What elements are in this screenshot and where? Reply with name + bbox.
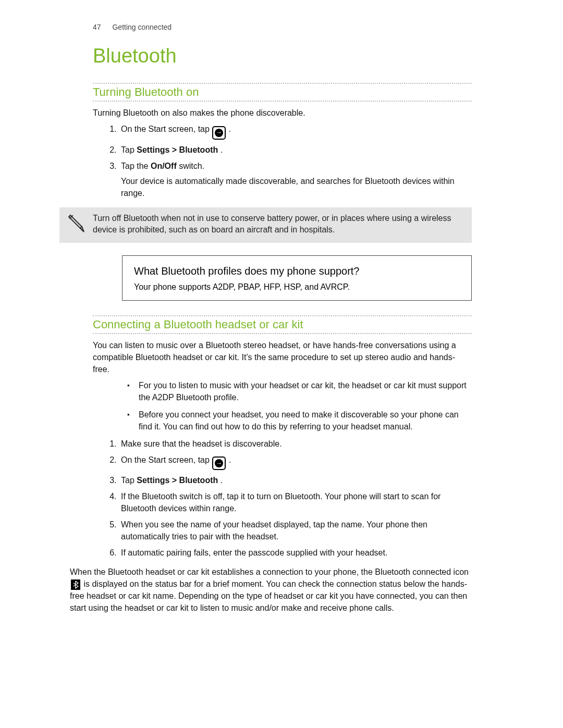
step-text: . <box>229 125 231 133</box>
step-item: On the Start screen, tap → . <box>119 123 472 140</box>
step-bold: On/Off <box>151 162 177 170</box>
step-text: . <box>221 145 223 154</box>
intro-text: You can listen to music over a Bluetooth… <box>93 339 472 375</box>
header-section-name: Getting connected <box>112 23 172 31</box>
page-number: 47 <box>93 23 101 31</box>
divider <box>93 83 472 84</box>
step-item: If automatic pairing fails, enter the pa… <box>119 547 472 559</box>
step-bold: Settings > Bluetooth <box>137 476 218 485</box>
faq-answer: Your phone supports A2DP, PBAP, HFP, HSP… <box>134 282 460 292</box>
step-text: . <box>229 455 231 464</box>
section-heading-turning-on: Turning Bluetooth on <box>93 85 472 99</box>
step-text: On the Start screen, tap <box>121 455 212 464</box>
bluetooth-connected-icon <box>71 579 80 590</box>
step-item: If the Bluetooth switch is off, tap it t… <box>119 490 472 514</box>
outro-text-pre: When the Bluetooth headset or car kit es… <box>70 567 469 576</box>
steps-list-connect: Make sure that the headset is discoverab… <box>93 438 472 559</box>
arrow-circle-icon: → <box>212 456 226 470</box>
page-title: Bluetooth <box>93 45 472 67</box>
bullet-list: For you to listen to music with your hea… <box>119 379 472 433</box>
faq-question: What Bluetooth profiles does my phone su… <box>134 265 460 277</box>
intro-text: Turning Bluetooth on also makes the phon… <box>93 107 472 119</box>
step-text: switch. <box>179 162 204 170</box>
step-item: Tap the On/Off switch. Your device is au… <box>119 160 472 199</box>
step-text: Tap the <box>121 162 151 170</box>
step-text: Tap <box>121 476 137 485</box>
manual-page: 47 Getting connected Bluetooth Turning B… <box>0 0 563 728</box>
steps-list-turn-on: On the Start screen, tap → . Tap Setting… <box>93 123 472 199</box>
page-header: 47 Getting connected <box>93 23 472 31</box>
step-subtext: Your device is automatically made discov… <box>121 175 472 199</box>
section-heading-connecting: Connecting a Bluetooth headset or car ki… <box>93 318 472 331</box>
outro-text: When the Bluetooth headset or car kit es… <box>70 566 472 614</box>
faq-box: What Bluetooth profiles does my phone su… <box>122 255 472 301</box>
note-callout: Turn off Bluetooth when not in use to co… <box>59 207 472 243</box>
step-text: On the Start screen, tap <box>121 125 212 133</box>
step-item: Tap Settings > Bluetooth . <box>119 144 472 156</box>
step-text: . <box>221 476 223 485</box>
pencil-icon <box>65 214 85 238</box>
step-bold: Settings > Bluetooth <box>137 145 218 154</box>
note-text: Turn off Bluetooth when not in use to co… <box>93 213 463 236</box>
step-item: Make sure that the headset is discoverab… <box>119 438 472 450</box>
divider <box>93 101 472 102</box>
divider <box>93 333 472 334</box>
arrow-circle-icon: → <box>212 126 226 140</box>
bullet-item: For you to listen to music with your hea… <box>138 379 472 403</box>
step-item: When you see the name of your headset di… <box>119 519 472 542</box>
step-item: Tap Settings > Bluetooth . <box>119 474 472 486</box>
divider <box>93 315 472 316</box>
outro-text-post: is displayed on the status bar for a bri… <box>70 579 467 612</box>
step-item: On the Start screen, tap → . <box>119 454 472 471</box>
bullet-item: Before you connect your headset, you nee… <box>138 409 472 433</box>
step-text: Tap <box>121 145 137 154</box>
